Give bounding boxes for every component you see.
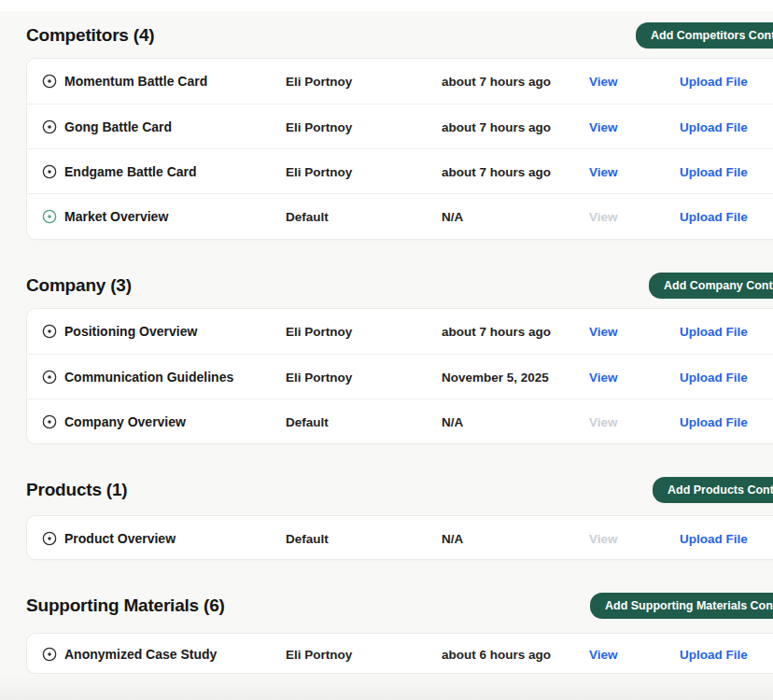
upload-file-link[interactable]: Upload File <box>680 532 748 546</box>
section-title-supporting-materials: Supporting Materials (6) <box>26 595 225 617</box>
competitors-card: Momentum Battle Card Eli Portnoy about 7… <box>26 58 773 240</box>
row-name: Positioning Overview <box>64 324 197 339</box>
view-link[interactable]: View <box>589 165 618 179</box>
add-supporting-materials-content-button[interactable]: Add Supporting Materials Content <box>590 593 773 619</box>
row-updated: N/A <box>442 209 463 223</box>
row-author: Default <box>286 414 329 428</box>
content-row: Communication Guidelines Eli Portnoy Nov… <box>27 354 773 399</box>
content-row: Product Overview Default N/A View Upload… <box>27 516 773 560</box>
row-updated: about 6 hours ago <box>442 648 551 662</box>
row-author: Eli Portnoy <box>286 370 352 384</box>
supporting-materials-card: Anonymized Case Study Eli Portnoy about … <box>26 633 773 674</box>
circle-dot-icon <box>42 531 57 546</box>
content-row: Positioning Overview Eli Portnoy about 7… <box>27 309 773 354</box>
row-updated: N/A <box>442 532 463 546</box>
row-author: Eli Portnoy <box>286 648 352 662</box>
add-products-content-button[interactable]: Add Products Content <box>653 477 773 503</box>
products-card: Product Overview Default N/A View Upload… <box>26 515 773 560</box>
row-name: Market Overview <box>64 209 168 224</box>
circle-dot-icon <box>42 647 57 662</box>
upload-file-link[interactable]: Upload File <box>680 648 748 662</box>
row-updated: N/A <box>442 414 463 428</box>
upload-file-link[interactable]: Upload File <box>680 120 748 134</box>
upload-file-link[interactable]: Upload File <box>680 210 748 224</box>
circle-dot-icon <box>42 74 57 89</box>
company-card: Positioning Overview Eli Portnoy about 7… <box>26 308 773 444</box>
view-link[interactable]: View <box>589 325 618 339</box>
circle-dot-icon <box>42 209 57 224</box>
previous-section-card-edge <box>0 0 773 11</box>
view-link[interactable]: View <box>589 371 618 385</box>
upload-file-link[interactable]: Upload File <box>680 75 748 89</box>
view-link[interactable]: View <box>589 75 618 89</box>
section-title-competitors: Competitors (4) <box>26 24 154 47</box>
row-updated: about 7 hours ago <box>442 119 551 133</box>
upload-file-link[interactable]: Upload File <box>680 415 748 429</box>
bottom-fade <box>0 674 773 700</box>
row-updated: about 7 hours ago <box>442 325 551 339</box>
circle-dot-icon <box>42 119 57 134</box>
section-title-company: Company (3) <box>26 274 132 297</box>
upload-file-link[interactable]: Upload File <box>680 325 748 339</box>
content-row: Endgame Battle Card Eli Portnoy about 7 … <box>27 148 773 193</box>
row-name: Communication Guidelines <box>64 370 233 385</box>
upload-file-link[interactable]: Upload File <box>680 165 748 179</box>
content-row: Market Overview Default N/A View Upload … <box>27 193 773 238</box>
circle-dot-icon <box>42 414 57 429</box>
row-name: Momentum Battle Card <box>64 74 207 89</box>
content-row: Anonymized Case Study Eli Portnoy about … <box>27 634 773 674</box>
row-name: Anonymized Case Study <box>64 647 217 662</box>
upload-file-link[interactable]: Upload File <box>680 371 748 385</box>
row-author: Eli Portnoy <box>286 164 352 178</box>
row-name: Gong Battle Card <box>64 119 172 134</box>
row-author: Eli Portnoy <box>286 119 352 133</box>
circle-dot-icon <box>42 324 57 339</box>
content-row: Company Overview Default N/A View Upload… <box>27 399 773 443</box>
content-row: Momentum Battle Card Eli Portnoy about 7… <box>27 59 773 104</box>
circle-dot-icon <box>42 164 57 179</box>
add-competitors-content-button[interactable]: Add Competitors Content <box>636 22 773 49</box>
row-name: Company Overview <box>64 414 186 429</box>
row-author: Default <box>286 209 329 223</box>
view-link-disabled: View <box>589 415 618 429</box>
view-link[interactable]: View <box>589 120 618 134</box>
row-name: Endgame Battle Card <box>64 164 197 179</box>
add-company-content-button[interactable]: Add Company Content <box>649 273 773 299</box>
row-name: Product Overview <box>64 531 176 546</box>
section-title-products: Products (1) <box>26 479 127 501</box>
content-row: Gong Battle Card Eli Portnoy about 7 hou… <box>27 104 773 148</box>
row-author: Eli Portnoy <box>286 75 352 89</box>
row-updated: about 7 hours ago <box>442 75 551 89</box>
row-updated: about 7 hours ago <box>442 164 551 178</box>
row-author: Eli Portnoy <box>286 325 352 339</box>
row-updated: November 5, 2025 <box>442 370 549 384</box>
view-link-disabled: View <box>589 210 618 224</box>
view-link-disabled: View <box>589 532 618 546</box>
view-link[interactable]: View <box>589 648 618 662</box>
row-author: Default <box>286 532 329 546</box>
circle-dot-icon <box>42 370 57 385</box>
